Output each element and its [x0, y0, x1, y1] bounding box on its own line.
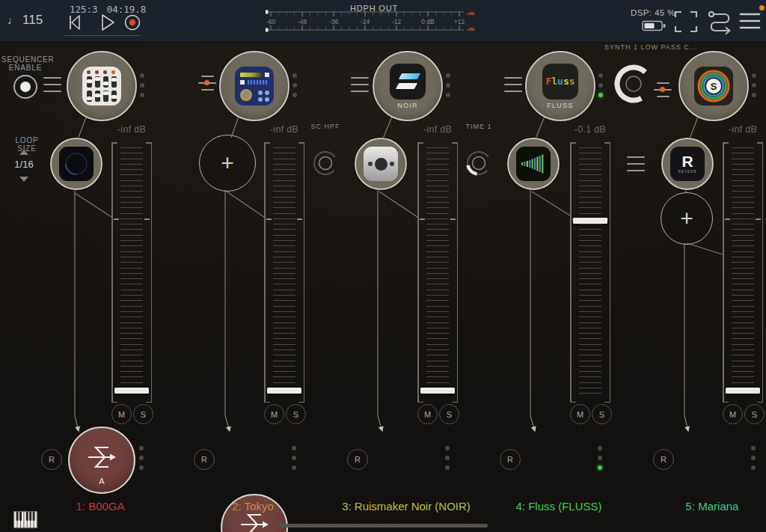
- channel2-node-menu[interactable]: [198, 76, 216, 95]
- play-button[interactable]: [97, 13, 117, 32]
- channel5-node-menu[interactable]: [654, 82, 672, 102]
- transport-underline: [64, 35, 141, 36]
- channel1-node-dots-menu[interactable]: [140, 73, 144, 97]
- channel1-fader-handle[interactable]: [114, 388, 149, 394]
- channel1-name[interactable]: 1: B00GA: [18, 500, 183, 513]
- channel2-solo-button[interactable]: S: [286, 404, 306, 424]
- channel1-record-arm-button[interactable]: R: [41, 449, 62, 470]
- top-bar: ♩ 115 125:3 04:19.8 HDPH OUT: [0, 0, 766, 43]
- channel2-empty-slot[interactable]: +: [199, 135, 256, 192]
- channel2-record-arm-button[interactable]: R: [194, 449, 215, 470]
- play-icon: [97, 13, 117, 32]
- channel4-name[interactable]: 4: Fluss (FLUSS): [477, 500, 641, 513]
- aum-mixer-app: ♩ 115 125:3 04:19.8 HDPH OUT: [0, 0, 766, 532]
- channel4-node-menu[interactable]: [504, 77, 522, 92]
- channel4-fader-handle[interactable]: [573, 218, 607, 224]
- channel5-output-dots-menu[interactable]: [751, 446, 756, 470]
- channel2-fader-handle[interactable]: [267, 388, 301, 394]
- channel5-record-arm-button[interactable]: R: [653, 449, 674, 470]
- fullscreen-button[interactable]: [674, 10, 698, 33]
- step-sequencer-grid-icon: [82, 67, 121, 106]
- channel3-name[interactable]: 3: Ruismaker Noir (NOIR): [324, 500, 488, 513]
- menu-notification-dot: [759, 5, 765, 10]
- channel3-fader-handle[interactable]: [420, 388, 455, 394]
- sequencer-enable-toggle[interactable]: [13, 75, 37, 99]
- channel5-fader[interactable]: [723, 142, 763, 403]
- record-icon: [123, 13, 142, 32]
- channel1-fader[interactable]: [111, 142, 152, 403]
- sc-hpf-knob[interactable]: [309, 147, 342, 180]
- channel5-instrument-node[interactable]: S: [678, 51, 749, 121]
- channel4-record-arm-button[interactable]: R: [500, 449, 521, 470]
- channel1-solo-button[interactable]: S: [133, 404, 153, 424]
- channel5-name[interactable]: 5: Mariana: [630, 500, 766, 513]
- channel1-node-menu[interactable]: [43, 77, 61, 92]
- channel3-solo-button[interactable]: S: [439, 404, 459, 424]
- meter-left-infinity: -∞: [467, 9, 474, 17]
- orange-indicator-dot: [204, 80, 209, 85]
- fullscreen-brackets-icon: [674, 10, 698, 33]
- channel1-mute-button[interactable]: M: [111, 404, 132, 424]
- channel3-insert-node[interactable]: [355, 138, 407, 190]
- output-meter[interactable]: -60-48-36-24-120 dB+12: [263, 6, 488, 40]
- channel1-insert-node[interactable]: [50, 138, 102, 190]
- channel4-fader-menu[interactable]: [627, 156, 645, 171]
- channel3-mute-button[interactable]: M: [417, 404, 438, 424]
- channel4-mute-button[interactable]: M: [570, 404, 590, 424]
- channel1-output-node[interactable]: A: [68, 426, 135, 494]
- toggle-dot: [20, 82, 31, 92]
- channel2-fader[interactable]: [264, 142, 304, 403]
- piano-keyboard-icon: [13, 511, 37, 528]
- channel4-solo-button[interactable]: S: [592, 404, 612, 424]
- output-bus-label: A: [70, 477, 134, 486]
- channel5-fader-handle[interactable]: [726, 388, 760, 394]
- channel5-solo-button[interactable]: S: [744, 404, 765, 424]
- channel2-instrument-node[interactable]: [219, 51, 289, 121]
- channel3-node-menu[interactable]: [351, 77, 369, 92]
- loop-size-down-arrow[interactable]: [19, 177, 28, 182]
- reverb-r-icon: R REVERB: [670, 147, 705, 181]
- record-button[interactable]: [123, 13, 142, 32]
- channel2-output-dots-menu[interactable]: [292, 446, 296, 470]
- svg-text:+12: +12: [454, 18, 465, 25]
- channel4-instrument-node[interactable]: Fluss FLUSS: [525, 51, 595, 121]
- horizontal-scrollbar[interactable]: [278, 524, 488, 528]
- loop-size-value[interactable]: 1/16: [9, 159, 39, 170]
- channel4-fader-value: -0.1 dB: [557, 124, 624, 135]
- dsp-load: DSP: 45 %: [631, 8, 675, 17]
- orange-indicator-dot: [660, 87, 665, 92]
- keyboard-button[interactable]: [13, 511, 37, 528]
- channel4-output-dots-menu[interactable]: [598, 446, 602, 470]
- channel2-name[interactable]: 2: Tokyo: [171, 500, 335, 513]
- loop-size-up-arrow[interactable]: [19, 150, 28, 155]
- channel5-node-dots-menu[interactable]: [752, 73, 756, 97]
- channel1-instrument-node[interactable]: [67, 51, 137, 121]
- main-menu-button[interactable]: [739, 12, 762, 31]
- channel2-node-dots-menu[interactable]: [292, 73, 297, 97]
- svg-text:-48: -48: [298, 18, 307, 25]
- routing-button[interactable]: [705, 10, 735, 35]
- channel5-mute-button[interactable]: M: [723, 404, 743, 424]
- channel3-output-dots-menu[interactable]: [445, 446, 450, 470]
- tempo-display[interactable]: ♩ 115: [7, 13, 43, 28]
- synth1-lowpass-knob[interactable]: [613, 63, 655, 105]
- channel4-fader[interactable]: [570, 142, 610, 403]
- channel5-empty-slot[interactable]: +: [661, 192, 713, 245]
- channel3-fader[interactable]: [417, 142, 458, 403]
- channel3-node-caption: NOIR: [397, 102, 418, 109]
- channel2-mute-button[interactable]: M: [264, 404, 284, 424]
- channel3-instrument-node[interactable]: NOIR: [373, 51, 443, 121]
- channel4-insert-node[interactable]: [507, 138, 560, 190]
- sum-arrow-icon: [238, 510, 271, 532]
- channel5-insert-node[interactable]: R REVERB: [661, 138, 714, 190]
- menu-icon: [739, 12, 762, 31]
- channel3-node-dots-menu[interactable]: [446, 73, 450, 97]
- channel1-output-dots-menu[interactable]: [139, 446, 144, 470]
- channel3-record-arm-button[interactable]: R: [347, 449, 368, 470]
- battery-icon: [642, 20, 667, 31]
- channel4-node-dots-menu[interactable]: [598, 73, 603, 97]
- camera-lens-icon: [59, 147, 94, 181]
- rewind-button[interactable]: [64, 13, 84, 32]
- svg-text:-12: -12: [392, 18, 402, 25]
- time1-knob[interactable]: [462, 147, 495, 180]
